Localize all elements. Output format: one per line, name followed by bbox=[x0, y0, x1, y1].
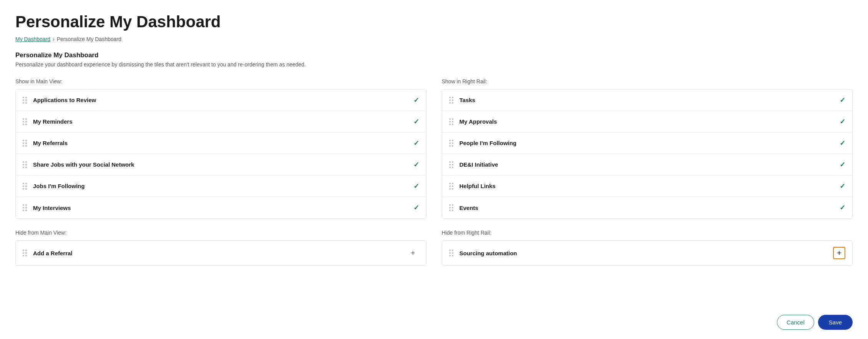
item-label: Events bbox=[460, 205, 840, 211]
drag-handle-icon[interactable] bbox=[23, 118, 27, 125]
check-icon[interactable]: ✓ bbox=[840, 139, 845, 147]
breadcrumb-current: Personalize My Dashboard bbox=[57, 36, 121, 42]
item-label: People I'm Following bbox=[460, 140, 840, 146]
save-button[interactable]: Save bbox=[818, 315, 853, 330]
drag-handle-icon[interactable] bbox=[449, 97, 453, 104]
two-column-layout: Show in Main View: Applications to Revie… bbox=[15, 78, 853, 276]
list-item: Add a Referral+ bbox=[16, 241, 426, 265]
cancel-button[interactable]: Cancel bbox=[777, 315, 814, 330]
drag-handle-icon[interactable] bbox=[23, 97, 27, 104]
check-icon[interactable]: ✓ bbox=[413, 117, 419, 126]
breadcrumb-separator: › bbox=[53, 36, 55, 42]
drag-handle-icon[interactable] bbox=[449, 118, 453, 125]
list-item: DE&I Initiative✓ bbox=[442, 154, 853, 175]
item-label: Add a Referral bbox=[33, 250, 407, 256]
drag-handle-icon[interactable] bbox=[23, 161, 27, 168]
drag-handle-icon[interactable] bbox=[449, 140, 453, 147]
list-item: Events✓ bbox=[442, 197, 853, 218]
list-item: My Reminders✓ bbox=[16, 111, 426, 132]
main-view-hide-list: Add a Referral+ bbox=[15, 240, 427, 266]
item-label: Helpful Links bbox=[460, 183, 840, 189]
item-label: Share Jobs with your Social Network bbox=[33, 161, 413, 168]
drag-handle-icon[interactable] bbox=[449, 204, 453, 211]
list-item: My Approvals✓ bbox=[442, 111, 853, 132]
item-label: Applications to Review bbox=[33, 97, 413, 103]
check-icon[interactable]: ✓ bbox=[840, 160, 845, 169]
main-view-hide-label: Hide from Main View: bbox=[15, 230, 427, 236]
list-item: My Referrals✓ bbox=[16, 132, 426, 154]
drag-handle-icon[interactable] bbox=[23, 250, 27, 256]
drag-handle-icon[interactable] bbox=[23, 140, 27, 147]
drag-handle-icon[interactable] bbox=[23, 183, 27, 190]
drag-handle-icon[interactable] bbox=[449, 161, 453, 168]
page-title: Personalize My Dashboard bbox=[15, 12, 853, 31]
check-icon[interactable]: ✓ bbox=[413, 160, 419, 169]
main-view-column: Show in Main View: Applications to Revie… bbox=[15, 78, 427, 276]
drag-handle-icon[interactable] bbox=[449, 250, 453, 256]
item-label: DE&I Initiative bbox=[460, 161, 840, 168]
section-heading: Personalize My Dashboard bbox=[15, 51, 853, 59]
add-item-button[interactable]: + bbox=[833, 247, 845, 259]
item-label: My Interviews bbox=[33, 205, 413, 211]
list-item: Applications to Review✓ bbox=[16, 89, 426, 111]
item-label: Sourcing automation bbox=[460, 250, 833, 256]
main-view-show-list: Applications to Review✓My Reminders✓My R… bbox=[15, 89, 427, 219]
check-icon[interactable]: ✓ bbox=[840, 203, 845, 212]
list-item: Jobs I'm Following✓ bbox=[16, 175, 426, 197]
item-label: Jobs I'm Following bbox=[33, 183, 413, 189]
item-label: My Approvals bbox=[460, 118, 840, 125]
check-icon[interactable]: ✓ bbox=[413, 139, 419, 147]
main-view-show-label: Show in Main View: bbox=[15, 78, 427, 84]
check-icon[interactable]: ✓ bbox=[840, 117, 845, 126]
list-item: Helpful Links✓ bbox=[442, 175, 853, 197]
right-rail-show-list: Tasks✓My Approvals✓People I'm Following✓… bbox=[442, 89, 853, 219]
list-item: Share Jobs with your Social Network✓ bbox=[16, 154, 426, 175]
item-label: Tasks bbox=[460, 97, 840, 103]
drag-handle-icon[interactable] bbox=[449, 183, 453, 190]
list-item: My Interviews✓ bbox=[16, 197, 426, 218]
list-item: Tasks✓ bbox=[442, 89, 853, 111]
check-icon[interactable]: ✓ bbox=[840, 182, 845, 190]
right-rail-hide-list: Sourcing automation+ bbox=[442, 240, 853, 266]
breadcrumb-parent-link[interactable]: My Dashboard bbox=[15, 36, 50, 42]
right-rail-column: Show in Right Rail: Tasks✓My Approvals✓P… bbox=[442, 78, 853, 276]
add-item-button[interactable]: + bbox=[407, 247, 419, 259]
list-item: Sourcing automation+ bbox=[442, 241, 853, 265]
section-description: Personalize your dashboard experience by… bbox=[15, 61, 853, 68]
check-icon[interactable]: ✓ bbox=[413, 203, 419, 212]
check-icon[interactable]: ✓ bbox=[413, 96, 419, 104]
footer-buttons: Cancel Save bbox=[777, 315, 853, 330]
check-icon[interactable]: ✓ bbox=[840, 96, 845, 104]
item-label: My Referrals bbox=[33, 140, 413, 146]
list-item: People I'm Following✓ bbox=[442, 132, 853, 154]
check-icon[interactable]: ✓ bbox=[413, 182, 419, 190]
drag-handle-icon[interactable] bbox=[23, 204, 27, 211]
right-rail-hide-label: Hide from Right Rail: bbox=[442, 230, 853, 236]
item-label: My Reminders bbox=[33, 118, 413, 125]
right-rail-show-label: Show in Right Rail: bbox=[442, 78, 853, 84]
breadcrumb: My Dashboard › Personalize My Dashboard bbox=[15, 36, 853, 42]
